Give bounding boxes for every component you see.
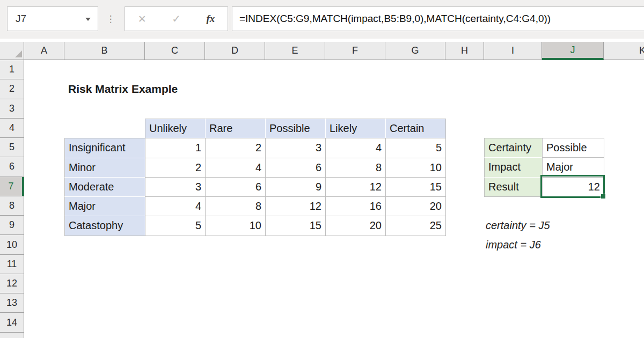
matrix-cell[interactable]: 15 bbox=[385, 177, 445, 196]
row-header-10[interactable]: 10 bbox=[0, 235, 24, 254]
matrix-cell[interactable]: 6 bbox=[205, 177, 265, 196]
matrix-column-header[interactable]: Certain bbox=[385, 119, 445, 138]
matrix-column-header[interactable]: Likely bbox=[325, 119, 385, 138]
matrix-cell[interactable]: 12 bbox=[265, 196, 325, 216]
name-box-dropdown-icon[interactable] bbox=[85, 18, 91, 21]
lookup-label-certainty[interactable]: Certainty bbox=[484, 138, 542, 157]
enter-icon[interactable]: ✓ bbox=[172, 12, 181, 25]
row-header-3[interactable]: 3 bbox=[0, 99, 24, 119]
matrix-cell[interactable]: 16 bbox=[325, 196, 385, 216]
column-header-I[interactable]: I bbox=[484, 42, 542, 60]
matrix-cell[interactable]: 12 bbox=[325, 177, 385, 196]
column-header-J-selected[interactable]: J bbox=[542, 42, 604, 60]
row-header-6[interactable]: 6 bbox=[0, 157, 24, 177]
matrix-cell[interactable]: 10 bbox=[205, 216, 265, 235]
matrix-row-label[interactable]: Moderate bbox=[64, 177, 145, 196]
matrix-cell[interactable]: 20 bbox=[325, 216, 385, 235]
row-header-15[interactable]: 15 bbox=[0, 333, 24, 338]
matrix-cell[interactable]: 10 bbox=[385, 158, 445, 177]
matrix-cell[interactable]: 5 bbox=[145, 216, 205, 235]
matrix-cell[interactable]: 8 bbox=[205, 196, 265, 216]
column-header-C[interactable]: C bbox=[145, 42, 205, 60]
matrix-row-label[interactable]: Insignificant bbox=[64, 138, 145, 157]
column-header-A[interactable]: A bbox=[24, 42, 64, 60]
matrix-cell[interactable]: 3 bbox=[145, 177, 205, 196]
lookup-value-impact[interactable]: Major bbox=[542, 157, 604, 177]
lookup-value-certainty[interactable]: Possible bbox=[542, 138, 604, 157]
fill-handle[interactable] bbox=[601, 194, 606, 199]
formula-bar-separator-icon: ⋮ bbox=[106, 6, 115, 31]
column-header-H[interactable]: H bbox=[445, 42, 484, 60]
row-header-2[interactable]: 2 bbox=[0, 79, 24, 99]
row-header-1[interactable]: 1 bbox=[0, 60, 24, 79]
row-header-13[interactable]: 13 bbox=[0, 293, 24, 313]
matrix-cell[interactable]: 4 bbox=[325, 138, 385, 157]
spreadsheet-app: J7 ⋮ ✕ ✓ fx =INDEX(C5:G9,MATCH(impact,B5… bbox=[0, 0, 644, 338]
row-header-8[interactable]: 8 bbox=[0, 196, 24, 216]
insert-function-icon[interactable]: fx bbox=[206, 13, 215, 25]
name-box-value[interactable]: J7 bbox=[16, 7, 26, 31]
active-cell-outline[interactable] bbox=[540, 175, 605, 198]
matrix-cell[interactable]: 15 bbox=[265, 216, 325, 235]
matrix-cell[interactable]: 2 bbox=[145, 158, 205, 177]
row-header-14[interactable]: 14 bbox=[0, 313, 24, 332]
column-header-K[interactable]: K bbox=[604, 42, 644, 60]
select-all-triangle-icon bbox=[15, 50, 22, 57]
column-header-D[interactable]: D bbox=[205, 42, 265, 60]
matrix-cell[interactable]: 3 bbox=[265, 138, 325, 157]
column-header-row: A B C D E F G H I J K bbox=[0, 42, 644, 60]
matrix-row-label[interactable]: Major bbox=[64, 196, 145, 216]
row-header-7-selected[interactable]: 7 bbox=[0, 177, 24, 196]
matrix-cell[interactable]: 5 bbox=[385, 138, 445, 157]
formula-bar-strip: J7 ⋮ ✕ ✓ fx =INDEX(C5:G9,MATCH(impact,B5… bbox=[0, 0, 644, 39]
matrix-cell[interactable]: 25 bbox=[385, 216, 445, 235]
formula-toolbar: ✕ ✓ fx bbox=[125, 6, 228, 31]
sheet-title-cell[interactable]: Risk Matrix Example bbox=[68, 79, 178, 99]
matrix-column-header[interactable]: Unlikely bbox=[145, 119, 205, 138]
matrix-cell[interactable]: 4 bbox=[205, 158, 265, 177]
matrix-corner-cell[interactable] bbox=[64, 119, 145, 138]
matrix-row-label[interactable]: Catastophy bbox=[64, 216, 145, 235]
row-header-9[interactable]: 9 bbox=[0, 216, 24, 235]
matrix-column-header[interactable]: Possible bbox=[265, 119, 325, 138]
formula-text[interactable]: =INDEX(C5:G9,MATCH(impact,B5:B9,0),MATCH… bbox=[239, 7, 551, 31]
lookup-label-impact[interactable]: Impact bbox=[484, 157, 542, 177]
matrix-cell[interactable]: 2 bbox=[205, 138, 265, 157]
row-header-column: 1 2 3 4 5 6 7 8 9 10 11 12 13 14 15 bbox=[0, 60, 24, 338]
matrix-cell[interactable]: 8 bbox=[325, 158, 385, 177]
risk-matrix-table: Unlikely Rare Possible Likely Certain In… bbox=[64, 119, 446, 236]
column-header-B[interactable]: B bbox=[64, 42, 145, 60]
matrix-row-label[interactable]: Minor bbox=[64, 158, 145, 177]
matrix-cell[interactable]: 20 bbox=[385, 196, 445, 216]
row-header-12[interactable]: 12 bbox=[0, 274, 24, 293]
note-impact-range[interactable]: impact = J6 bbox=[486, 235, 541, 254]
matrix-cell[interactable]: 9 bbox=[265, 177, 325, 196]
matrix-cell[interactable]: 6 bbox=[265, 158, 325, 177]
row-header-5[interactable]: 5 bbox=[0, 138, 24, 157]
matrix-column-header[interactable]: Rare bbox=[205, 119, 265, 138]
row-header-11[interactable]: 11 bbox=[0, 255, 24, 274]
column-header-F[interactable]: F bbox=[325, 42, 385, 60]
column-header-G[interactable]: G bbox=[385, 42, 445, 60]
column-header-E[interactable]: E bbox=[265, 42, 325, 60]
row-header-4[interactable]: 4 bbox=[0, 119, 24, 138]
note-certainty-range[interactable]: certainty = J5 bbox=[486, 216, 550, 235]
name-box[interactable]: J7 bbox=[7, 6, 98, 31]
formula-input[interactable]: =INDEX(C5:G9,MATCH(impact,B5:B9,0),MATCH… bbox=[232, 6, 644, 31]
matrix-cell[interactable]: 1 bbox=[145, 138, 205, 157]
lookup-label-result[interactable]: Result bbox=[484, 177, 542, 196]
select-all-corner[interactable] bbox=[0, 42, 24, 60]
cancel-icon[interactable]: ✕ bbox=[138, 13, 147, 25]
matrix-cell[interactable]: 4 bbox=[145, 196, 205, 216]
